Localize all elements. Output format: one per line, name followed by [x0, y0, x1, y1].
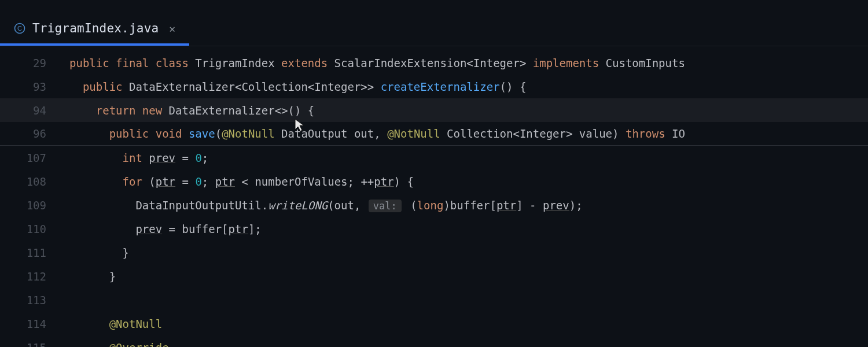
code-line[interactable]: 110 prev = buffer[ptr];	[0, 217, 868, 241]
java-class-icon: C	[14, 23, 25, 34]
code-line[interactable]: 96 public void save(@NotNull DataOutput …	[0, 122, 868, 146]
code-content[interactable]: int prev = 0;	[69, 152, 868, 164]
code-content[interactable]: prev = buffer[ptr];	[69, 223, 868, 235]
line-number: 114	[0, 318, 69, 330]
close-icon[interactable]: ✕	[169, 23, 175, 35]
code-line[interactable]: 109 DataInputOutputUtil.writeLONG(out, v…	[0, 193, 868, 217]
line-number: 29	[0, 57, 69, 69]
code-line[interactable]: 115 @Override	[0, 335, 868, 347]
parameter-hint: val:	[369, 200, 402, 212]
code-content[interactable]: @Override	[69, 341, 868, 348]
code-content[interactable]: }	[69, 246, 868, 259]
code-content[interactable]: return new DataExternalizer<>() {	[69, 104, 868, 117]
code-line[interactable]: 108 for (ptr = 0; ptr < numberOfValues; …	[0, 169, 868, 193]
editor-tab[interactable]: C TrigramIndex.java ✕	[0, 11, 189, 46]
tab-filename: TrigramIndex.java	[32, 21, 159, 35]
line-number: 112	[0, 270, 69, 283]
code-content[interactable]: }	[69, 270, 868, 283]
code-line[interactable]: 94 return new DataExternalizer<>() {	[0, 98, 868, 122]
line-number: 108	[0, 175, 69, 188]
code-line[interactable]: 113	[0, 288, 868, 312]
line-number: 93	[0, 80, 69, 93]
line-number: 96	[0, 127, 69, 140]
line-number: 111	[0, 246, 69, 259]
line-number: 107	[0, 152, 69, 164]
code-content[interactable]: @NotNull	[69, 318, 868, 330]
tab-bar: C TrigramIndex.java ✕	[0, 0, 868, 46]
code-line[interactable]: 112 }	[0, 264, 868, 288]
code-line[interactable]: 107 int prev = 0;	[0, 146, 868, 169]
line-number: 94	[0, 104, 69, 117]
line-number: 113	[0, 294, 69, 307]
line-number: 115	[0, 341, 69, 348]
code-content[interactable]: public DataExternalizer<Collection<Integ…	[69, 80, 868, 93]
code-content[interactable]: DataInputOutputUtil.writeLONG(out, val: …	[69, 199, 868, 212]
svg-text:C: C	[17, 25, 22, 32]
code-content[interactable]: public void save(@NotNull DataOutput out…	[69, 127, 868, 140]
code-content[interactable]: public final class TrigramIndex extends …	[69, 57, 868, 69]
code-line[interactable]: 93 public DataExternalizer<Collection<In…	[0, 75, 868, 98]
line-number: 110	[0, 223, 69, 235]
code-content[interactable]: for (ptr = 0; ptr < numberOfValues; ++pt…	[69, 175, 868, 188]
code-line[interactable]: 29public final class TrigramIndex extend…	[0, 51, 868, 75]
code-line[interactable]: 114 @NotNull	[0, 312, 868, 335]
code-editor[interactable]: 29public final class TrigramIndex extend…	[0, 46, 868, 347]
line-number: 109	[0, 199, 69, 212]
code-line[interactable]: 111 }	[0, 241, 868, 264]
